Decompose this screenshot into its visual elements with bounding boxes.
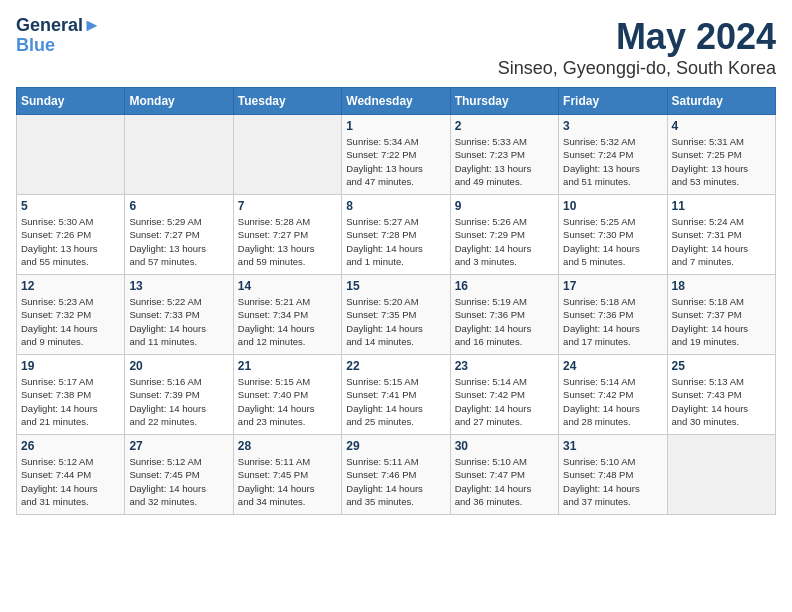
day-number: 27 (129, 439, 228, 453)
header-day-saturday: Saturday (667, 88, 775, 115)
day-number: 17 (563, 279, 662, 293)
day-number: 15 (346, 279, 445, 293)
day-number: 21 (238, 359, 337, 373)
calendar-cell: 3Sunrise: 5:32 AMSunset: 7:24 PMDaylight… (559, 115, 667, 195)
day-info: Sunrise: 5:32 AMSunset: 7:24 PMDaylight:… (563, 135, 662, 188)
day-number: 28 (238, 439, 337, 453)
calendar-week-4: 19Sunrise: 5:17 AMSunset: 7:38 PMDayligh… (17, 355, 776, 435)
calendar-cell: 9Sunrise: 5:26 AMSunset: 7:29 PMDaylight… (450, 195, 558, 275)
day-info: Sunrise: 5:12 AMSunset: 7:44 PMDaylight:… (21, 455, 120, 508)
calendar-cell: 28Sunrise: 5:11 AMSunset: 7:45 PMDayligh… (233, 435, 341, 515)
calendar-cell: 1Sunrise: 5:34 AMSunset: 7:22 PMDaylight… (342, 115, 450, 195)
day-number: 29 (346, 439, 445, 453)
calendar-week-3: 12Sunrise: 5:23 AMSunset: 7:32 PMDayligh… (17, 275, 776, 355)
header: General► Blue May 2024 Sinseo, Gyeonggi-… (16, 16, 776, 79)
calendar-cell: 25Sunrise: 5:13 AMSunset: 7:43 PMDayligh… (667, 355, 775, 435)
day-info: Sunrise: 5:23 AMSunset: 7:32 PMDaylight:… (21, 295, 120, 348)
day-number: 14 (238, 279, 337, 293)
day-info: Sunrise: 5:31 AMSunset: 7:25 PMDaylight:… (672, 135, 771, 188)
calendar-cell: 26Sunrise: 5:12 AMSunset: 7:44 PMDayligh… (17, 435, 125, 515)
calendar-cell (667, 435, 775, 515)
day-info: Sunrise: 5:14 AMSunset: 7:42 PMDaylight:… (455, 375, 554, 428)
header-row: SundayMondayTuesdayWednesdayThursdayFrid… (17, 88, 776, 115)
day-number: 31 (563, 439, 662, 453)
day-info: Sunrise: 5:15 AMSunset: 7:41 PMDaylight:… (346, 375, 445, 428)
day-number: 16 (455, 279, 554, 293)
day-number: 23 (455, 359, 554, 373)
calendar-cell: 20Sunrise: 5:16 AMSunset: 7:39 PMDayligh… (125, 355, 233, 435)
day-number: 26 (21, 439, 120, 453)
calendar-cell: 8Sunrise: 5:27 AMSunset: 7:28 PMDaylight… (342, 195, 450, 275)
calendar-cell: 13Sunrise: 5:22 AMSunset: 7:33 PMDayligh… (125, 275, 233, 355)
calendar-cell (125, 115, 233, 195)
day-info: Sunrise: 5:19 AMSunset: 7:36 PMDaylight:… (455, 295, 554, 348)
day-info: Sunrise: 5:15 AMSunset: 7:40 PMDaylight:… (238, 375, 337, 428)
logo-text: General► (16, 16, 101, 36)
day-number: 12 (21, 279, 120, 293)
header-day-friday: Friday (559, 88, 667, 115)
day-number: 20 (129, 359, 228, 373)
header-day-wednesday: Wednesday (342, 88, 450, 115)
calendar-body: 1Sunrise: 5:34 AMSunset: 7:22 PMDaylight… (17, 115, 776, 515)
calendar-cell: 30Sunrise: 5:10 AMSunset: 7:47 PMDayligh… (450, 435, 558, 515)
day-number: 13 (129, 279, 228, 293)
day-info: Sunrise: 5:18 AMSunset: 7:36 PMDaylight:… (563, 295, 662, 348)
day-number: 25 (672, 359, 771, 373)
calendar-cell: 18Sunrise: 5:18 AMSunset: 7:37 PMDayligh… (667, 275, 775, 355)
day-number: 9 (455, 199, 554, 213)
day-info: Sunrise: 5:24 AMSunset: 7:31 PMDaylight:… (672, 215, 771, 268)
calendar-cell: 5Sunrise: 5:30 AMSunset: 7:26 PMDaylight… (17, 195, 125, 275)
calendar-cell: 4Sunrise: 5:31 AMSunset: 7:25 PMDaylight… (667, 115, 775, 195)
day-info: Sunrise: 5:12 AMSunset: 7:45 PMDaylight:… (129, 455, 228, 508)
calendar-cell: 10Sunrise: 5:25 AMSunset: 7:30 PMDayligh… (559, 195, 667, 275)
day-info: Sunrise: 5:27 AMSunset: 7:28 PMDaylight:… (346, 215, 445, 268)
calendar-cell (233, 115, 341, 195)
calendar-table: SundayMondayTuesdayWednesdayThursdayFrid… (16, 87, 776, 515)
day-number: 24 (563, 359, 662, 373)
day-number: 1 (346, 119, 445, 133)
header-day-sunday: Sunday (17, 88, 125, 115)
day-info: Sunrise: 5:11 AMSunset: 7:46 PMDaylight:… (346, 455, 445, 508)
day-info: Sunrise: 5:26 AMSunset: 7:29 PMDaylight:… (455, 215, 554, 268)
calendar-week-2: 5Sunrise: 5:30 AMSunset: 7:26 PMDaylight… (17, 195, 776, 275)
day-number: 2 (455, 119, 554, 133)
calendar-week-1: 1Sunrise: 5:34 AMSunset: 7:22 PMDaylight… (17, 115, 776, 195)
day-number: 4 (672, 119, 771, 133)
logo: General► Blue (16, 16, 101, 56)
day-info: Sunrise: 5:33 AMSunset: 7:23 PMDaylight:… (455, 135, 554, 188)
calendar-cell: 2Sunrise: 5:33 AMSunset: 7:23 PMDaylight… (450, 115, 558, 195)
day-number: 8 (346, 199, 445, 213)
calendar-cell: 7Sunrise: 5:28 AMSunset: 7:27 PMDaylight… (233, 195, 341, 275)
day-number: 22 (346, 359, 445, 373)
day-info: Sunrise: 5:11 AMSunset: 7:45 PMDaylight:… (238, 455, 337, 508)
day-info: Sunrise: 5:10 AMSunset: 7:47 PMDaylight:… (455, 455, 554, 508)
header-day-tuesday: Tuesday (233, 88, 341, 115)
day-number: 18 (672, 279, 771, 293)
day-info: Sunrise: 5:34 AMSunset: 7:22 PMDaylight:… (346, 135, 445, 188)
day-info: Sunrise: 5:22 AMSunset: 7:33 PMDaylight:… (129, 295, 228, 348)
calendar-cell: 11Sunrise: 5:24 AMSunset: 7:31 PMDayligh… (667, 195, 775, 275)
calendar-cell: 6Sunrise: 5:29 AMSunset: 7:27 PMDaylight… (125, 195, 233, 275)
calendar-cell: 14Sunrise: 5:21 AMSunset: 7:34 PMDayligh… (233, 275, 341, 355)
day-number: 6 (129, 199, 228, 213)
calendar-cell: 22Sunrise: 5:15 AMSunset: 7:41 PMDayligh… (342, 355, 450, 435)
day-info: Sunrise: 5:29 AMSunset: 7:27 PMDaylight:… (129, 215, 228, 268)
calendar-cell: 21Sunrise: 5:15 AMSunset: 7:40 PMDayligh… (233, 355, 341, 435)
location-title: Sinseo, Gyeonggi-do, South Korea (498, 58, 776, 79)
day-info: Sunrise: 5:21 AMSunset: 7:34 PMDaylight:… (238, 295, 337, 348)
day-info: Sunrise: 5:14 AMSunset: 7:42 PMDaylight:… (563, 375, 662, 428)
day-number: 3 (563, 119, 662, 133)
day-number: 19 (21, 359, 120, 373)
day-info: Sunrise: 5:20 AMSunset: 7:35 PMDaylight:… (346, 295, 445, 348)
calendar-cell: 17Sunrise: 5:18 AMSunset: 7:36 PMDayligh… (559, 275, 667, 355)
calendar-week-5: 26Sunrise: 5:12 AMSunset: 7:44 PMDayligh… (17, 435, 776, 515)
day-number: 5 (21, 199, 120, 213)
header-day-monday: Monday (125, 88, 233, 115)
day-info: Sunrise: 5:10 AMSunset: 7:48 PMDaylight:… (563, 455, 662, 508)
header-day-thursday: Thursday (450, 88, 558, 115)
calendar-header: SundayMondayTuesdayWednesdayThursdayFrid… (17, 88, 776, 115)
calendar-cell: 27Sunrise: 5:12 AMSunset: 7:45 PMDayligh… (125, 435, 233, 515)
day-number: 30 (455, 439, 554, 453)
calendar-cell: 12Sunrise: 5:23 AMSunset: 7:32 PMDayligh… (17, 275, 125, 355)
day-info: Sunrise: 5:13 AMSunset: 7:43 PMDaylight:… (672, 375, 771, 428)
